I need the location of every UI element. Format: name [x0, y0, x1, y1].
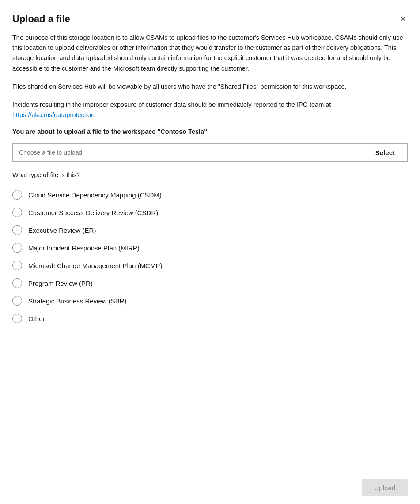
- radio-input-opt5[interactable]: [12, 261, 22, 270]
- data-protection-link[interactable]: https://aka.ms/dataprotection: [12, 111, 95, 118]
- description-paragraph-3: Incidents resulting in the improper expo…: [12, 100, 408, 120]
- file-upload-row: Select: [12, 143, 408, 162]
- workspace-label: You are about to upload a file to the wo…: [12, 128, 408, 135]
- radio-label-opt1: Cloud Service Dependency Mapping (CSDM): [28, 191, 162, 199]
- radio-item[interactable]: Strategic Business Review (SBR): [12, 292, 408, 309]
- radio-label-opt5: Microsoft Change Management Plan (MCMP): [28, 262, 162, 269]
- upload-button[interactable]: Upload: [362, 479, 408, 496]
- dialog-footer: Upload: [0, 471, 420, 504]
- radio-item[interactable]: Program Review (PR): [12, 275, 408, 292]
- radio-item[interactable]: Major Incident Response Plan (MIRP): [12, 239, 408, 256]
- radio-list: Cloud Service Dependency Mapping (CSDM)C…: [12, 186, 408, 327]
- radio-label-opt8: Other: [28, 315, 45, 322]
- close-button[interactable]: ×: [398, 12, 408, 26]
- radio-item[interactable]: Customer Success Delivery Review (CSDR): [12, 204, 408, 221]
- radio-input-opt4[interactable]: [12, 243, 22, 253]
- radio-input-opt3[interactable]: [12, 225, 22, 235]
- radio-label-opt3: Executive Review (ER): [28, 227, 96, 234]
- radio-input-opt8[interactable]: [12, 314, 22, 323]
- description-paragraph-1: The purpose of this storage location is …: [12, 33, 408, 74]
- radio-input-opt7[interactable]: [12, 296, 22, 306]
- radio-input-opt1[interactable]: [12, 190, 22, 200]
- radio-label-opt6: Program Review (PR): [28, 280, 93, 287]
- radio-input-opt6[interactable]: [12, 278, 22, 288]
- radio-label-opt4: Major Incident Response Plan (MIRP): [28, 244, 140, 252]
- file-type-question: What type of file is this?: [12, 171, 408, 178]
- radio-label-opt2: Customer Success Delivery Review (CSDR): [28, 209, 158, 216]
- description-paragraph-2: Files shared on Services Hub will be vie…: [12, 82, 408, 92]
- radio-item[interactable]: Cloud Service Dependency Mapping (CSDM): [12, 186, 408, 203]
- radio-item[interactable]: Other: [12, 310, 408, 327]
- upload-dialog: Upload a file × The purpose of this stor…: [0, 0, 420, 504]
- dialog-body: The purpose of this storage location is …: [0, 33, 420, 471]
- radio-item[interactable]: Executive Review (ER): [12, 222, 408, 239]
- radio-input-opt2[interactable]: [12, 208, 22, 217]
- radio-item[interactable]: Microsoft Change Management Plan (MCMP): [12, 257, 408, 274]
- dialog-title: Upload a file: [12, 13, 70, 25]
- dialog-header: Upload a file ×: [0, 0, 420, 33]
- select-button[interactable]: Select: [363, 143, 408, 162]
- radio-label-opt7: Strategic Business Review (SBR): [28, 297, 127, 305]
- description-3-prefix: Incidents resulting in the improper expo…: [12, 101, 331, 108]
- file-input[interactable]: [12, 143, 363, 162]
